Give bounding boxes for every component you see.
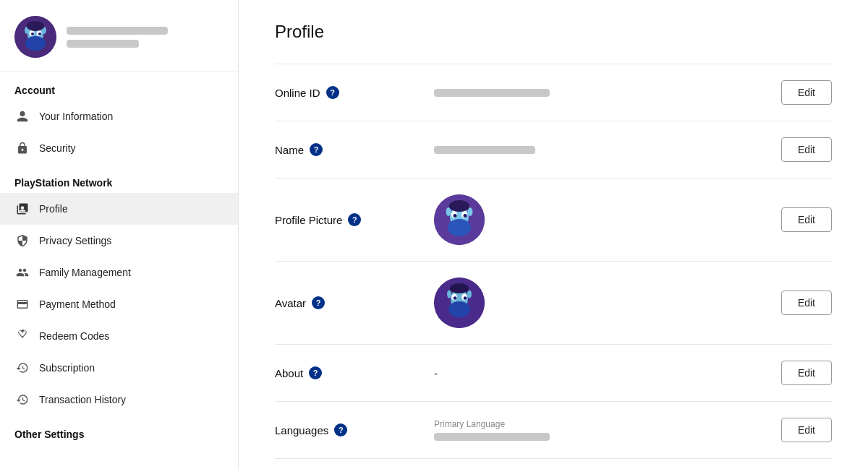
avatar-edit-button[interactable]: Edit [781, 291, 832, 315]
username-blur-line [67, 27, 168, 35]
svg-rect-21 [449, 203, 469, 210]
lock-icon [14, 140, 30, 156]
about-value: - [420, 367, 781, 379]
online-id-help-icon[interactable]: ? [326, 86, 339, 99]
name-row: Name ? Edit [275, 121, 832, 178]
svg-point-5 [31, 33, 34, 35]
profile-icon [14, 201, 30, 217]
avatar-row: Avatar ? Edit [275, 261, 832, 344]
online-id-edit-button[interactable]: Edit [781, 80, 832, 105]
sidebar-item-label: Profile [39, 203, 68, 215]
sidebar-item-label: Payment Method [39, 298, 116, 310]
user-avatar [14, 16, 56, 58]
svg-point-29 [447, 291, 451, 298]
user-name-blurred [67, 27, 168, 48]
name-label: Name ? [275, 143, 420, 156]
redeem-icon [14, 328, 30, 344]
payment-icon [14, 296, 30, 312]
profile-picture-label: Profile Picture ? [275, 213, 420, 226]
sidebar-item-label: Your Information [39, 111, 113, 122]
sidebar-item-transactions[interactable]: Transaction History [0, 384, 238, 416]
sidebar-item-label: Redeem Codes [39, 330, 109, 342]
about-help-icon[interactable]: ? [309, 366, 322, 379]
person-icon [14, 108, 30, 124]
sidebar-item-privacy[interactable]: Privacy Settings [0, 225, 238, 257]
svg-point-30 [467, 291, 472, 298]
history-icon [14, 392, 30, 408]
language-value-blur [434, 433, 550, 441]
sidebar-item-security[interactable]: Security [0, 132, 238, 164]
sidebar-item-label: Privacy Settings [39, 235, 111, 246]
profile-picture-avatar [434, 194, 485, 245]
languages-edit-button[interactable]: Edit [781, 418, 832, 442]
svg-point-13 [448, 219, 471, 236]
profile-picture-edit-button[interactable]: Edit [781, 207, 832, 232]
languages-value: Primary Language [420, 419, 781, 441]
svg-point-2 [25, 36, 46, 51]
user-subtext-blur-line [67, 40, 139, 48]
profile-picture-row: Profile Picture ? Edit [275, 178, 832, 261]
sidebar-item-label: Family Management [39, 267, 131, 278]
avatar-value [420, 277, 781, 328]
avatar-help-icon[interactable]: ? [312, 296, 325, 309]
profile-picture-value [420, 194, 781, 245]
svg-point-18 [446, 207, 451, 216]
other-section-label: Other Settings [0, 416, 238, 444]
user-profile-header [0, 0, 238, 72]
name-value [420, 146, 781, 154]
svg-point-24 [448, 301, 470, 317]
svg-rect-10 [27, 23, 44, 29]
avatar-image [434, 277, 485, 328]
sidebar: Account Your Information Security PlaySt… [0, 0, 239, 469]
online-id-row: Online ID ? Edit [275, 64, 832, 121]
name-help-icon[interactable]: ? [310, 143, 323, 156]
svg-point-6 [38, 33, 41, 35]
svg-point-19 [468, 207, 473, 216]
svg-point-17 [464, 214, 467, 218]
svg-point-27 [454, 296, 457, 300]
primary-language-label: Primary Language [434, 419, 767, 429]
family-icon [14, 264, 30, 280]
languages-container: Primary Language [434, 419, 767, 441]
account-section-label: Account [0, 72, 238, 100]
online-id-label: Online ID ? [275, 86, 420, 99]
svg-rect-32 [450, 285, 469, 292]
sidebar-item-family[interactable]: Family Management [0, 257, 238, 288]
about-label: About ? [275, 366, 420, 379]
svg-point-16 [454, 214, 457, 218]
online-id-blur [434, 89, 550, 97]
psn-section-label: PlayStation Network [0, 164, 238, 193]
sidebar-item-subscription[interactable]: Subscription [0, 352, 238, 384]
languages-help-icon[interactable]: ? [334, 423, 347, 436]
page-title: Profile [275, 22, 832, 42]
name-blur [434, 146, 535, 154]
sidebar-item-payment[interactable]: Payment Method [0, 288, 238, 320]
avatar-label: Avatar ? [275, 296, 420, 309]
online-id-value [420, 89, 781, 97]
about-edit-button[interactable]: Edit [781, 361, 832, 385]
sidebar-item-label: Subscription [39, 362, 95, 374]
sidebar-item-redeem[interactable]: Redeem Codes [0, 320, 238, 352]
main-content: Profile Online ID ? Edit Name ? Edit Pro… [239, 0, 868, 469]
privacy-icon [14, 233, 30, 249]
name-edit-button[interactable]: Edit [781, 137, 832, 162]
sidebar-item-your-information[interactable]: Your Information [0, 100, 238, 132]
sidebar-item-label: Transaction History [39, 394, 126, 405]
profile-picture-help-icon[interactable]: ? [348, 213, 361, 226]
subscription-icon [14, 360, 30, 376]
sidebar-item-profile[interactable]: Profile [0, 193, 238, 225]
sidebar-item-label: Security [39, 142, 76, 154]
about-row: About ? - Edit [275, 344, 832, 401]
languages-row: Languages ? Primary Language Edit [275, 401, 832, 459]
svg-point-28 [464, 296, 467, 300]
languages-label: Languages ? [275, 423, 420, 436]
